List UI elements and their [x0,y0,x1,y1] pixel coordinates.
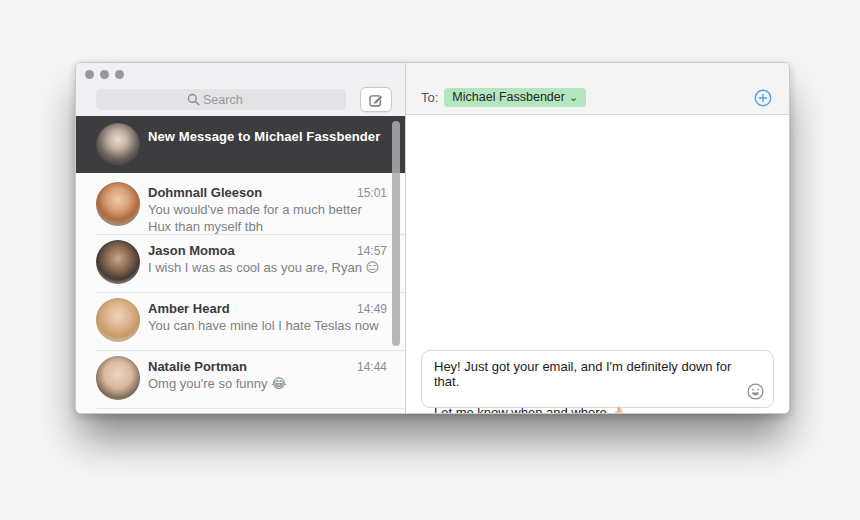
message-input[interactable]: Hey! Just got your email, and I'm defini… [421,350,774,408]
traffic-lights [83,70,125,79]
emoji-picker-button[interactable] [747,383,764,400]
contact-name: Dohmnall Gleeson [148,185,349,200]
message-time: 15:01 [357,186,387,200]
selected-conversation-title: New Message to Michael Fassbender [140,116,380,144]
conversation-list: Dohmnall Gleeson 15:01 You would've made… [76,173,405,413]
chevron-down-icon: ⌄ [569,92,578,102]
chat-pane: To: Michael Fassbender ⌄ Hey! Just got y… [406,63,789,413]
minimize-button[interactable] [100,70,109,79]
avatar [96,240,140,284]
draft-text-line2: Let me know when and where 👌🏻 [434,405,741,414]
messages-window: New Message to Michael Fassbender Dohmna… [75,62,790,414]
zoom-button[interactable] [115,70,124,79]
recipient-name: Michael Fassbender [452,90,565,104]
close-button[interactable] [85,70,94,79]
avatar [96,298,140,342]
plus-icon [754,89,772,107]
conversation-row[interactable]: Amber Heard 14:49 You can have mine lol … [76,293,405,351]
sidebar-scrollbar[interactable] [392,121,400,346]
compose-icon [368,92,384,108]
avatar [96,356,140,400]
recipient-bar: To: Michael Fassbender ⌄ [406,63,789,115]
add-contact-button[interactable] [754,89,772,107]
conversation-row[interactable]: Natalie Portman 14:44 Omg you're so funn… [76,351,405,409]
conversation-summary: Amber Heard 14:49 You can have mine lol … [148,298,387,351]
compose-button[interactable] [360,87,392,112]
sidebar-toolbar [76,63,405,116]
smiley-icon [747,383,764,400]
conversation-row-selected[interactable]: New Message to Michael Fassbender [76,116,405,173]
conversation-sidebar: New Message to Michael Fassbender Dohmna… [76,63,406,413]
search-field[interactable] [96,89,346,110]
draft-text-line1: Hey! Just got your email, and I'm defini… [434,359,741,389]
message-preview: I wish I was as cool as you are, Ryan 😑 [148,260,387,277]
conversation-summary: Dohmnall Gleeson 15:01 You would've made… [148,182,387,235]
message-preview: You would've made for a much better Hux … [148,202,387,235]
avatar [96,123,140,167]
contact-name: Amber Heard [148,301,349,316]
message-time: 14:44 [357,360,387,374]
message-preview: Omg you're so funny 😂 [148,376,387,393]
conversation-row[interactable]: Dohmnall Gleeson 15:01 You would've made… [76,177,405,235]
conversation-summary: Natalie Portman 14:44 Omg you're so funn… [148,356,387,409]
contact-name: Natalie Portman [148,359,349,374]
conversation-summary: Jason Momoa 14:57 I wish I was as cool a… [148,240,387,293]
avatar [96,182,140,226]
conversation-row[interactable]: Jason Momoa 14:57 I wish I was as cool a… [76,235,405,293]
search-icon [187,93,200,106]
contact-name: Jason Momoa [148,243,349,258]
desktop-background: New Message to Michael Fassbender Dohmna… [0,0,860,520]
message-preview: You can have mine lol I hate Teslas now [148,318,387,335]
search-input[interactable] [203,93,255,107]
message-time: 14:57 [357,244,387,258]
message-time: 14:49 [357,302,387,316]
to-label: To: [421,89,438,107]
recipient-chip[interactable]: Michael Fassbender ⌄ [444,88,586,107]
